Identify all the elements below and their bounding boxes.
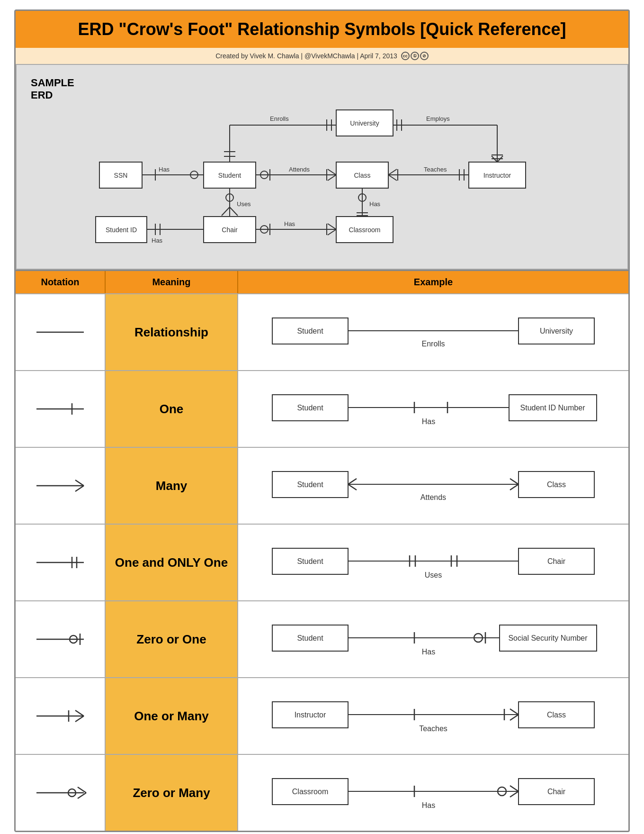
notation-plain-svg	[32, 320, 89, 344]
svg-line-29	[328, 224, 336, 229]
ex-svg-zero-or-many: Classroom Chair Has	[252, 764, 614, 821]
svg-line-100	[510, 484, 519, 490]
ex-diagram-one: Student Student ID Number Has	[252, 381, 614, 437]
svg-text:Student: Student	[297, 557, 323, 565]
example-one: Student Student ID Number Has	[238, 371, 628, 447]
ex-svg-zero-or-one: Student Social Security Number Has	[252, 611, 614, 668]
notation-many-svg	[32, 474, 89, 498]
svg-text:Student: Student	[218, 172, 241, 179]
attribution-text: Created by Vivek M. Chawla | @VivekMChaw…	[215, 52, 397, 60]
cc-icon: cc	[401, 52, 410, 60]
svg-text:Chair: Chair	[547, 557, 566, 565]
row-many: Many Student Class A	[16, 447, 628, 524]
svg-text:Teaches: Teaches	[424, 166, 447, 173]
svg-text:Class: Class	[354, 172, 370, 179]
svg-line-99	[510, 479, 519, 484]
ex-svg-one-only: Student Chair Uses	[252, 534, 614, 591]
svg-line-30	[328, 229, 336, 235]
ex-diagram-one-or-many: Instructor Class Teaches	[252, 688, 614, 744]
row-zero-or-one: Zero or One Student Social Security Numb…	[16, 600, 628, 677]
erd-canvas: Student: one-only left, zero-or-one righ…	[31, 74, 613, 254]
svg-line-139	[510, 715, 519, 720]
example-one-only: Student Chair Uses	[238, 525, 628, 600]
svg-text:Social Security Number: Social Security Number	[508, 634, 588, 642]
header-meaning: Meaning	[106, 271, 238, 293]
svg-text:Has: Has	[422, 417, 435, 426]
notation-one-only-svg	[32, 551, 89, 574]
svg-text:Student ID: Student ID	[106, 226, 137, 234]
cc-badge: cc ① ⊘	[401, 52, 429, 60]
svg-text:Instructor: Instructor	[483, 172, 511, 179]
svg-text:Attends: Attends	[420, 493, 446, 501]
svg-line-23	[222, 207, 230, 216]
ex-diagram-relationship: Student University Enrolls	[252, 304, 614, 361]
attribution-bar: Created by Vivek M. Chawla | @VivekMChaw…	[16, 48, 628, 64]
svg-text:Has: Has	[422, 801, 435, 809]
example-many: Student Class Attends	[238, 448, 628, 524]
ex-diagram-many: Student Class Attends	[252, 457, 614, 514]
notation-one-svg	[32, 397, 89, 421]
ex-svg-many: Student Class Attends	[252, 457, 614, 514]
reference-table: Notation Meaning Example Relationship St…	[16, 270, 628, 831]
svg-line-152	[510, 786, 519, 791]
svg-line-97	[348, 479, 357, 484]
ex-svg-one: Student Student ID Number Has	[252, 381, 614, 437]
row-one-only: One and ONLY One Student Chair	[16, 524, 628, 600]
svg-text:Classroom: Classroom	[292, 788, 328, 796]
svg-text:Classroom: Classroom	[349, 226, 381, 234]
row-one: One Student Student ID Number Has	[16, 370, 628, 447]
table-header: Notation Meaning Example	[16, 271, 628, 293]
svg-line-129	[75, 710, 84, 716]
erd-svg: Student: one-only left, zero-or-one righ…	[31, 74, 613, 254]
title-bar: ERD "Crow's Foot" Relationship Symbols […	[16, 11, 628, 48]
svg-text:Has: Has	[422, 648, 435, 656]
svg-text:Attends: Attends	[289, 166, 310, 173]
notation-one-or-many-svg	[32, 704, 89, 728]
svg-text:Employs: Employs	[426, 115, 450, 122]
meaning-one: One	[106, 371, 238, 447]
svg-text:Uses: Uses	[237, 200, 251, 208]
notation-one-or-many	[16, 678, 106, 754]
row-one-or-many: One or Many Instructor Class	[16, 677, 628, 754]
svg-text:Class: Class	[547, 480, 566, 489]
meaning-relationship: Relationship	[106, 294, 238, 370]
meaning-many: Many	[106, 448, 238, 524]
svg-line-143	[78, 787, 86, 793]
svg-text:Chair: Chair	[222, 226, 238, 234]
example-one-or-many: Instructor Class Teaches	[238, 678, 628, 754]
svg-line-144	[78, 793, 86, 798]
example-zero-or-one: Student Social Security Number Has	[238, 601, 628, 677]
svg-text:Teaches: Teaches	[419, 725, 447, 733]
svg-line-130	[75, 716, 84, 722]
notation-one	[16, 371, 106, 447]
svg-text:Student ID Number: Student ID Number	[520, 404, 586, 412]
svg-line-17	[328, 175, 336, 181]
svg-line-50	[388, 169, 397, 175]
svg-text:University: University	[540, 327, 573, 335]
row-relationship: Relationship Student University Enrolls	[16, 293, 628, 370]
meaning-one-only: One and ONLY One	[106, 525, 238, 600]
svg-text:Student: Student	[297, 327, 323, 335]
ex-diagram-one-only: Student Chair Uses	[252, 534, 614, 591]
svg-text:SSN: SSN	[114, 172, 128, 179]
notation-zero-or-one-svg	[32, 627, 89, 651]
svg-line-51	[388, 175, 397, 181]
page-title: ERD "Crow's Foot" Relationship Symbols […	[25, 19, 619, 39]
notation-zero-or-many-svg	[32, 781, 89, 805]
notation-relationship	[16, 294, 106, 370]
meaning-zero-or-one: Zero or One	[106, 601, 238, 677]
svg-line-91	[75, 486, 84, 491]
header-example: Example	[238, 271, 628, 293]
svg-text:University: University	[350, 119, 379, 127]
nc-icon: ⊘	[420, 52, 429, 60]
svg-text:Has: Has	[369, 200, 381, 208]
ex-diagram-zero-or-one: Student Social Security Number Has	[252, 611, 614, 668]
notation-zero-or-many	[16, 755, 106, 831]
row-zero-or-many: Zero or Many Classroom Chair	[16, 754, 628, 831]
svg-text:Student: Student	[297, 634, 323, 642]
erd-section: SAMPLEERD Student: one-only left, zero-o…	[16, 64, 628, 270]
svg-text:Student: Student	[297, 404, 323, 412]
svg-line-16	[328, 169, 336, 175]
svg-line-98	[348, 484, 357, 490]
svg-text:Has: Has	[284, 220, 295, 227]
